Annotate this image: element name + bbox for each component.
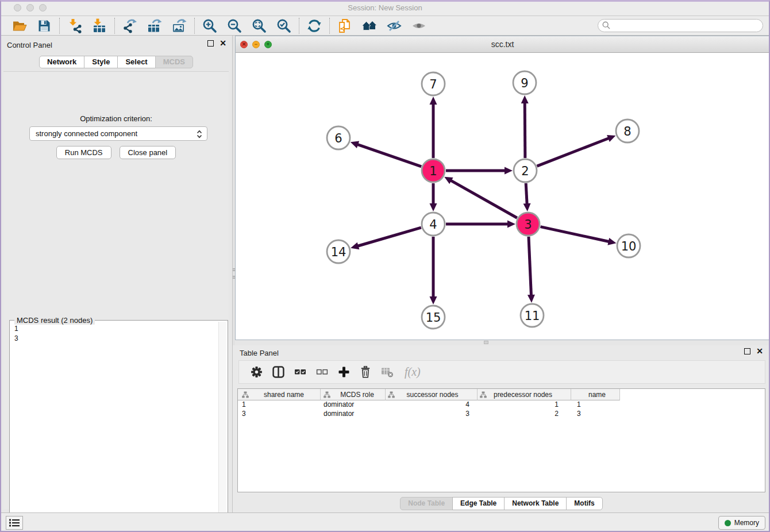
svg-text:4: 4 <box>429 218 437 232</box>
unselect-all-columns-icon[interactable] <box>316 366 328 378</box>
save-session-icon[interactable] <box>37 18 52 33</box>
graph-edge-3-10[interactable] <box>540 227 609 242</box>
graph-edge-2-3[interactable] <box>526 183 527 205</box>
graph-node-9[interactable]: 9 <box>513 71 536 94</box>
mcds-panel-body: Optimization criterion: strongly connect… <box>3 71 229 509</box>
graph-node-11[interactable]: 11 <box>521 304 544 327</box>
memory-button[interactable]: Memory <box>718 516 765 530</box>
tab-select[interactable]: Select <box>117 56 155 68</box>
column-header-successor-nodes[interactable]: successor nodes <box>386 389 478 400</box>
cell-successor-nodes[interactable]: 3 <box>386 410 478 419</box>
graph-node-15[interactable]: 15 <box>422 306 445 329</box>
zoom-in-icon[interactable] <box>202 18 217 33</box>
cell-shared-name[interactable]: 3 <box>238 410 321 419</box>
network-canvas[interactable]: 7968124314101511 <box>236 53 769 340</box>
tab-node-table[interactable]: Node Table <box>400 497 453 510</box>
mcds-result-text[interactable]: 1 3 <box>11 323 217 532</box>
cell-predecessor-nodes[interactable]: 2 <box>478 410 571 419</box>
table-options-icon[interactable] <box>251 366 263 378</box>
tab-motifs[interactable]: Motifs <box>566 497 602 510</box>
dropdown-stepper-icon <box>197 129 202 139</box>
horizontal-splitter[interactable] <box>235 340 770 345</box>
import-table-icon[interactable] <box>92 18 107 33</box>
zoom-fit-icon[interactable] <box>252 18 267 33</box>
hide-selected-icon[interactable] <box>387 18 402 33</box>
graph-node-6[interactable]: 6 <box>327 126 350 149</box>
table-row[interactable]: 3 dominator 3 2 3 <box>238 410 765 419</box>
column-header-predecessor-nodes[interactable]: predecessor nodes <box>478 389 571 400</box>
svg-text:6: 6 <box>334 132 342 145</box>
close-panel-icon[interactable]: ✕ <box>220 40 226 47</box>
tab-network-table[interactable]: Network Table <box>504 497 567 510</box>
tab-mcds[interactable]: MCDS <box>155 56 193 68</box>
cell-predecessor-nodes[interactable]: 1 <box>478 400 571 410</box>
graph-node-1[interactable]: 1 <box>422 159 445 182</box>
delete-table-icon[interactable] <box>381 366 394 378</box>
graph-node-4[interactable]: 4 <box>422 213 445 236</box>
status-bar: Memory <box>0 512 770 532</box>
zoom-selected-icon[interactable] <box>276 18 291 33</box>
graph-node-14[interactable]: 14 <box>327 240 350 263</box>
control-panel-tabs: Network Style Select MCDS <box>0 56 232 68</box>
float-panel-icon[interactable] <box>744 348 750 354</box>
tab-edge-table[interactable]: Edge Table <box>452 497 505 510</box>
open-session-icon[interactable] <box>12 18 27 33</box>
graph-edge-2-8[interactable] <box>537 138 610 166</box>
column-header-name[interactable]: name <box>571 389 620 400</box>
refresh-layout-icon[interactable] <box>307 18 322 33</box>
tab-style[interactable]: Style <box>84 56 118 68</box>
show-columns-icon[interactable] <box>272 366 284 378</box>
column-header-mcds-role[interactable]: MCDS role <box>321 389 386 400</box>
export-network-icon[interactable] <box>122 18 137 33</box>
cell-successor-nodes[interactable]: 4 <box>386 400 478 410</box>
graph-edge-arrowhead <box>607 238 616 245</box>
graph-edge-3-1[interactable] <box>451 180 517 218</box>
mcds-result-box: MCDS result (2 nodes) 1 3 <box>9 320 228 532</box>
add-column-icon[interactable] <box>338 366 350 378</box>
main-toolbar <box>0 16 770 36</box>
task-history-button[interactable] <box>6 516 23 530</box>
column-header-shared-name[interactable]: shared name <box>238 389 321 400</box>
function-builder-icon[interactable]: f(x) <box>405 365 421 379</box>
control-panel: Control Panel ✕ Network Style Select MCD… <box>0 36 232 512</box>
svg-text:14: 14 <box>331 245 346 259</box>
close-panel-icon[interactable]: ✕ <box>756 348 763 354</box>
graph-edge-arrowhead <box>505 167 513 175</box>
criterion-dropdown[interactable]: strongly connected component <box>29 126 207 141</box>
cell-mcds-role[interactable]: dominator <box>321 410 386 419</box>
graph-node-7[interactable]: 7 <box>422 72 445 95</box>
cell-name[interactable]: 1 <box>571 400 620 410</box>
cell-shared-name[interactable]: 1 <box>238 400 321 410</box>
tab-network[interactable]: Network <box>39 56 84 68</box>
import-network-icon[interactable] <box>67 18 82 33</box>
table-row[interactable]: 1 dominator 4 1 1 <box>238 400 765 410</box>
graph-node-8[interactable]: 8 <box>616 119 639 142</box>
graph-edge-1-6[interactable] <box>357 144 421 167</box>
network-window-titlebar[interactable]: ✕ − + scc.txt <box>236 36 769 53</box>
graph-edge-4-14[interactable] <box>357 228 421 246</box>
graph-edge-3-11[interactable] <box>529 237 532 296</box>
float-panel-icon[interactable] <box>207 40 214 47</box>
result-scrollbar[interactable] <box>218 322 226 532</box>
cell-name[interactable]: 3 <box>571 410 620 419</box>
splitter-grip[interactable] <box>484 341 488 344</box>
export-table-icon[interactable] <box>147 18 162 33</box>
cell-mcds-role[interactable]: dominator <box>321 400 386 410</box>
close-panel-button[interactable]: Close panel <box>120 146 176 159</box>
graph-node-3[interactable]: 3 <box>517 213 540 236</box>
select-all-columns-icon[interactable] <box>294 366 306 378</box>
first-neighbors-icon[interactable] <box>362 18 377 33</box>
search-icon <box>602 21 610 29</box>
show-all-icon[interactable] <box>411 18 426 33</box>
graph-edge-2-9[interactable] <box>525 102 525 158</box>
delete-columns-icon[interactable] <box>360 366 371 378</box>
graph-node-10[interactable]: 10 <box>617 234 640 257</box>
run-mcds-button[interactable]: Run MCDS <box>56 146 111 159</box>
clone-network-icon[interactable] <box>337 18 352 33</box>
graph-node-2[interactable]: 2 <box>514 159 537 182</box>
zoom-out-icon[interactable] <box>227 18 242 33</box>
search-input[interactable] <box>598 19 763 32</box>
svg-text:11: 11 <box>525 309 540 323</box>
svg-text:2: 2 <box>521 164 529 178</box>
export-image-icon[interactable] <box>172 18 187 33</box>
